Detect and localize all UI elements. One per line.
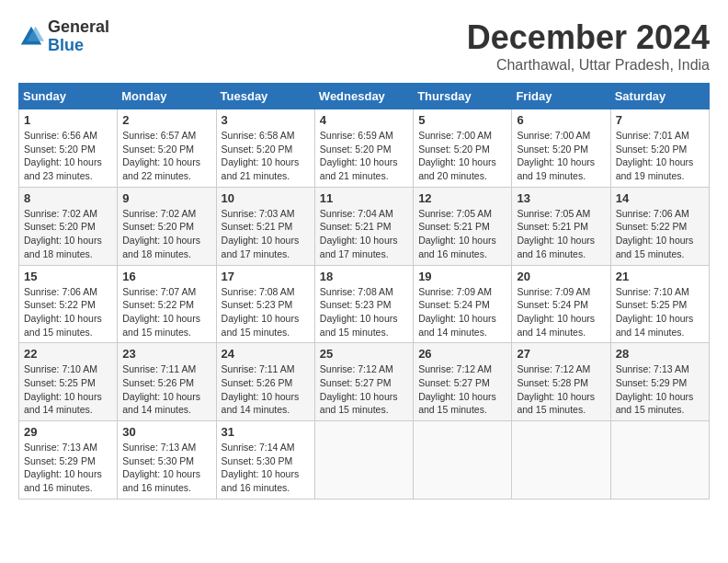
day-cell-empty: [314, 421, 413, 500]
day-cell-14: 14Sunrise: 7:06 AMSunset: 5:22 PMDayligh…: [610, 187, 709, 265]
day-cell-8: 8Sunrise: 7:02 AMSunset: 5:20 PMDaylight…: [19, 187, 118, 265]
logo-icon: [18, 24, 44, 50]
header-monday: Monday: [118, 84, 216, 109]
day-cell-6: 6Sunrise: 7:00 AMSunset: 5:20 PMDaylight…: [512, 109, 610, 188]
day-cell-20: 20Sunrise: 7:09 AMSunset: 5:24 PMDayligh…: [512, 265, 610, 343]
day-cell-27: 27Sunrise: 7:12 AMSunset: 5:28 PMDayligh…: [512, 343, 610, 421]
day-cell-empty: [512, 421, 610, 500]
day-cell-9: 9Sunrise: 7:02 AMSunset: 5:20 PMDaylight…: [118, 187, 216, 265]
day-cell-10: 10Sunrise: 7:03 AMSunset: 5:21 PMDayligh…: [216, 187, 314, 265]
week-row-5: 29Sunrise: 7:13 AMSunset: 5:29 PMDayligh…: [19, 421, 710, 500]
week-row-2: 8Sunrise: 7:02 AMSunset: 5:20 PMDaylight…: [19, 187, 710, 265]
logo-general: General: [48, 17, 109, 36]
week-row-4: 22Sunrise: 7:10 AMSunset: 5:25 PMDayligh…: [19, 343, 710, 421]
day-cell-24: 24Sunrise: 7:11 AMSunset: 5:26 PMDayligh…: [216, 343, 314, 421]
day-cell-7: 7Sunrise: 7:01 AMSunset: 5:20 PMDaylight…: [610, 109, 709, 188]
logo: General Blue: [18, 18, 109, 55]
day-cell-19: 19Sunrise: 7:09 AMSunset: 5:24 PMDayligh…: [414, 265, 512, 343]
day-cell-4: 4Sunrise: 6:59 AMSunset: 5:20 PMDaylight…: [314, 109, 413, 188]
day-cell-2: 2Sunrise: 6:57 AMSunset: 5:20 PMDaylight…: [118, 109, 216, 188]
day-cell-17: 17Sunrise: 7:08 AMSunset: 5:23 PMDayligh…: [216, 265, 314, 343]
title-block: December 2024 Charthawal, Uttar Pradesh,…: [467, 18, 710, 74]
day-cell-15: 15Sunrise: 7:06 AMSunset: 5:22 PMDayligh…: [19, 265, 118, 343]
day-cell-5: 5Sunrise: 7:00 AMSunset: 5:20 PMDaylight…: [414, 109, 512, 188]
header-row: Sunday Monday Tuesday Wednesday Thursday…: [19, 84, 710, 109]
day-cell-30: 30Sunrise: 7:13 AMSunset: 5:30 PMDayligh…: [118, 421, 216, 500]
header-wednesday: Wednesday: [314, 84, 413, 109]
week-row-1: 1Sunrise: 6:56 AMSunset: 5:20 PMDaylight…: [19, 109, 710, 188]
calendar-table: Sunday Monday Tuesday Wednesday Thursday…: [18, 83, 710, 500]
header-sunday: Sunday: [19, 84, 118, 109]
day-cell-13: 13Sunrise: 7:05 AMSunset: 5:21 PMDayligh…: [512, 187, 610, 265]
day-cell-16: 16Sunrise: 7:07 AMSunset: 5:22 PMDayligh…: [118, 265, 216, 343]
day-cell-empty: [414, 421, 512, 500]
day-cell-31: 31Sunrise: 7:14 AMSunset: 5:30 PMDayligh…: [216, 421, 314, 500]
day-cell-11: 11Sunrise: 7:04 AMSunset: 5:21 PMDayligh…: [314, 187, 413, 265]
day-cell-22: 22Sunrise: 7:10 AMSunset: 5:25 PMDayligh…: [19, 343, 118, 421]
day-cell-21: 21Sunrise: 7:10 AMSunset: 5:25 PMDayligh…: [610, 265, 709, 343]
page-header: General Blue December 2024 Charthawal, U…: [18, 18, 710, 74]
day-cell-18: 18Sunrise: 7:08 AMSunset: 5:23 PMDayligh…: [314, 265, 413, 343]
header-saturday: Saturday: [610, 84, 709, 109]
day-cell-23: 23Sunrise: 7:11 AMSunset: 5:26 PMDayligh…: [118, 343, 216, 421]
logo-blue: Blue: [48, 36, 84, 54]
week-row-3: 15Sunrise: 7:06 AMSunset: 5:22 PMDayligh…: [19, 265, 710, 343]
month-title: December 2024: [467, 18, 710, 57]
day-cell-26: 26Sunrise: 7:12 AMSunset: 5:27 PMDayligh…: [414, 343, 512, 421]
day-cell-28: 28Sunrise: 7:13 AMSunset: 5:29 PMDayligh…: [610, 343, 709, 421]
day-cell-3: 3Sunrise: 6:58 AMSunset: 5:20 PMDaylight…: [216, 109, 314, 188]
day-cell-25: 25Sunrise: 7:12 AMSunset: 5:27 PMDayligh…: [314, 343, 413, 421]
location: Charthawal, Uttar Pradesh, India: [467, 57, 710, 74]
day-cell-12: 12Sunrise: 7:05 AMSunset: 5:21 PMDayligh…: [414, 187, 512, 265]
logo-text: General Blue: [48, 18, 109, 55]
header-tuesday: Tuesday: [216, 84, 314, 109]
day-cell-empty: [610, 421, 709, 500]
header-thursday: Thursday: [414, 84, 512, 109]
header-friday: Friday: [512, 84, 610, 109]
day-cell-1: 1Sunrise: 6:56 AMSunset: 5:20 PMDaylight…: [19, 109, 118, 188]
day-cell-29: 29Sunrise: 7:13 AMSunset: 5:29 PMDayligh…: [19, 421, 118, 500]
